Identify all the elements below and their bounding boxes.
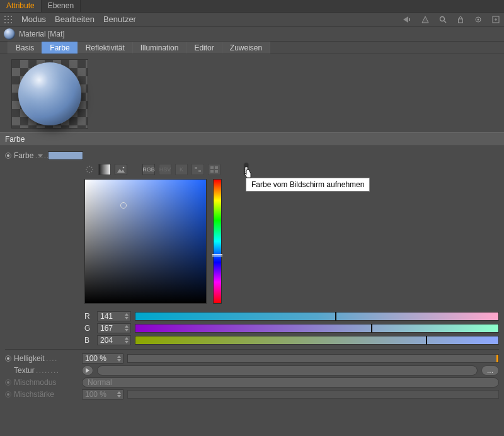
svg-rect-4 — [8, 19, 9, 20]
preview-area — [0, 54, 504, 132]
svg-marker-37 — [86, 368, 89, 373]
anim-dot-icon[interactable] — [5, 391, 11, 398]
b-label: B — [84, 336, 93, 345]
param-label-textur: Textur — [5, 366, 78, 375]
color-swatch[interactable] — [48, 151, 83, 160]
r-value-field[interactable]: 141 — [97, 311, 131, 321]
kelvin-icon[interactable]: K — [175, 164, 188, 175]
param-label-mischmodus: Mischmodus — [5, 378, 78, 387]
new-window-icon[interactable] — [491, 15, 500, 24]
svg-rect-35 — [215, 170, 218, 173]
mixer-icon[interactable] — [192, 164, 204, 175]
helligkeit-slider[interactable] — [127, 354, 499, 363]
anim-dot-icon[interactable] — [5, 379, 11, 386]
svg-rect-0 — [4, 16, 6, 17]
sv-picker[interactable] — [84, 179, 207, 304]
g-label: G — [84, 324, 93, 333]
tab-illumination[interactable]: Illumination — [132, 42, 187, 54]
tab-basis[interactable]: Basis — [8, 42, 42, 54]
svg-rect-31 — [198, 170, 201, 172]
svg-marker-28 — [117, 169, 125, 173]
param-label-mischstaerke: Mischstärke — [5, 390, 78, 399]
cursor-icon — [243, 169, 253, 182]
menu-modus[interactable]: Modus — [21, 14, 46, 24]
svg-rect-6 — [4, 22, 6, 23]
up-arrow-icon[interactable] — [421, 15, 430, 24]
svg-line-13 — [444, 21, 446, 23]
svg-point-12 — [440, 16, 445, 21]
lock-icon[interactable] — [456, 15, 465, 24]
b-value-field[interactable]: 204 — [97, 335, 131, 345]
back-icon[interactable] — [403, 15, 412, 24]
channel-tabs: Basis Farbe Reflektivität Illumination E… — [0, 42, 504, 54]
menu-bearbeiten[interactable]: Bearbeiten — [55, 14, 94, 24]
svg-rect-8 — [11, 22, 12, 23]
tab-farbe[interactable]: Farbe — [42, 42, 77, 54]
svg-rect-33 — [215, 166, 218, 169]
svg-rect-30 — [195, 167, 197, 169]
helligkeit-field[interactable]: 100 % — [82, 353, 123, 364]
anim-dot-icon[interactable] — [5, 355, 11, 362]
tab-zuweisen[interactable]: Zuweisen — [222, 42, 270, 54]
mischstaerke-slider[interactable] — [127, 390, 499, 399]
svg-rect-3 — [4, 19, 6, 20]
anim-dot-icon[interactable] — [5, 152, 11, 159]
svg-rect-14 — [459, 19, 463, 23]
svg-rect-36 — [244, 164, 248, 167]
swatch-menu-icon[interactable] — [38, 154, 43, 158]
sv-handle[interactable] — [120, 202, 127, 209]
svg-marker-9 — [403, 16, 408, 23]
b-slider[interactable] — [135, 336, 499, 345]
svg-rect-10 — [409, 18, 410, 21]
menu-benutzer[interactable]: Benutzer — [103, 14, 136, 24]
tab-ebenen[interactable]: Ebenen — [42, 0, 81, 12]
panel-tabs: Attribute Ebenen — [0, 0, 504, 13]
hue-slider[interactable] — [213, 179, 222, 304]
r-slider-handle[interactable] — [335, 312, 336, 321]
svg-line-26 — [87, 171, 88, 172]
r-slider[interactable] — [135, 312, 499, 321]
textur-browse-button[interactable]: ... — [481, 365, 499, 376]
svg-rect-2 — [11, 16, 12, 17]
color-mode-toolbar: RGB HSV K Farbe vom Bildschirm aufnehmen — [84, 164, 499, 175]
rgb-mode-button[interactable]: RGB — [142, 164, 155, 175]
textur-menu-button[interactable] — [82, 365, 93, 376]
mischmodus-dropdown[interactable]: Normal — [82, 377, 499, 387]
svg-line-27 — [91, 167, 92, 168]
svg-line-25 — [91, 171, 92, 172]
svg-point-16 — [478, 18, 479, 20]
svg-rect-1 — [8, 16, 9, 17]
tab-editor[interactable]: Editor — [186, 42, 222, 54]
spinner-icon[interactable] — [84, 164, 94, 175]
material-header: Material [Mat] — [0, 26, 504, 42]
menubar: Modus Bearbeiten Benutzer — [0, 13, 504, 26]
mischstaerke-field[interactable]: 100 % — [82, 389, 123, 399]
param-label-helligkeit: Helligkeit — [5, 354, 78, 363]
material-thumb-icon — [4, 28, 15, 40]
grid-icon[interactable] — [4, 15, 13, 24]
target-icon[interactable] — [474, 15, 483, 24]
hsv-mode-button[interactable]: HSV — [159, 164, 171, 175]
svg-line-24 — [87, 167, 88, 168]
svg-marker-11 — [422, 16, 428, 23]
eyedropper-tooltip: Farbe vom Bildschirm aufnehmen — [246, 178, 370, 192]
hue-handle[interactable] — [212, 254, 222, 256]
grayscale-icon[interactable] — [98, 164, 111, 175]
textur-field[interactable] — [97, 365, 478, 376]
material-name: Material [Mat] — [19, 30, 65, 38]
g-slider[interactable] — [135, 324, 499, 333]
search-icon[interactable] — [438, 15, 447, 24]
b-slider-handle[interactable] — [426, 336, 427, 345]
preview-sphere — [18, 62, 81, 125]
g-value-field[interactable]: 167 — [97, 323, 131, 333]
swatches-icon[interactable] — [208, 164, 220, 175]
g-slider-handle[interactable] — [371, 324, 372, 333]
picture-icon[interactable] — [115, 164, 127, 175]
svg-point-29 — [123, 167, 125, 169]
tab-attribute[interactable]: Attribute — [0, 0, 42, 12]
svg-rect-34 — [210, 170, 214, 173]
material-preview[interactable] — [11, 59, 88, 129]
tab-reflektivitaet[interactable]: Reflektivität — [77, 42, 133, 54]
svg-rect-7 — [8, 22, 9, 23]
svg-rect-32 — [210, 166, 214, 169]
